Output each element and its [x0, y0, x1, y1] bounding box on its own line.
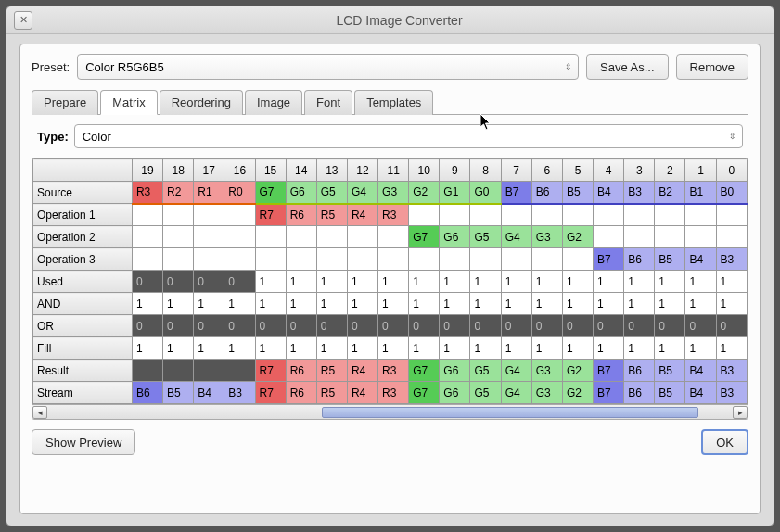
matrix-cell[interactable]: 0	[163, 271, 194, 293]
matrix-cell[interactable]: B5	[562, 182, 593, 204]
matrix-cell[interactable]: G7	[255, 182, 286, 204]
matrix-cell[interactable]: R6	[286, 204, 316, 226]
row-header[interactable]: OR	[33, 315, 133, 337]
matrix-cell[interactable]: R7	[255, 360, 286, 382]
tab-font[interactable]: Font	[304, 90, 352, 115]
matrix-cell[interactable]	[224, 360, 255, 382]
matrix-cell[interactable]: 0	[562, 315, 593, 337]
matrix-cell[interactable]	[286, 226, 316, 248]
column-header[interactable]: 18	[163, 159, 194, 182]
matrix-cell[interactable]	[132, 226, 162, 248]
matrix-cell[interactable]: 1	[440, 337, 470, 360]
matrix-cell[interactable]: 0	[194, 271, 224, 293]
matrix-cell[interactable]: 0	[470, 315, 501, 337]
matrix-cell[interactable]	[409, 204, 440, 226]
matrix-cell[interactable]	[562, 204, 593, 226]
matrix-cell[interactable]	[163, 248, 194, 271]
matrix-cell[interactable]: 0	[194, 315, 224, 337]
matrix-cell[interactable]: B7	[594, 360, 624, 382]
matrix-cell[interactable]: 1	[255, 293, 286, 315]
row-header[interactable]: AND	[33, 293, 133, 315]
matrix-cell[interactable]	[347, 248, 377, 271]
matrix-cell[interactable]: 0	[378, 315, 409, 337]
matrix-cell[interactable]: 0	[531, 315, 562, 337]
matrix-cell[interactable]: 0	[655, 315, 685, 337]
matrix-cell[interactable]: 1	[470, 337, 501, 360]
matrix-cell[interactable]: 1	[685, 293, 716, 315]
matrix-cell[interactable]: G0	[470, 182, 501, 204]
matrix-cell[interactable]: B2	[655, 182, 685, 204]
matrix-cell[interactable]: R5	[316, 360, 347, 382]
horizontal-scrollbar[interactable]: ◂ ▸	[32, 404, 748, 419]
matrix-cell[interactable]: G1	[440, 182, 470, 204]
scroll-track[interactable]	[47, 406, 733, 419]
matrix-cell[interactable]: G2	[409, 182, 440, 204]
matrix-cell[interactable]: B7	[501, 182, 531, 204]
matrix-cell[interactable]	[163, 360, 194, 382]
matrix-cell[interactable]	[624, 226, 655, 248]
column-header[interactable]: 4	[594, 159, 624, 182]
close-button[interactable]: ✕	[14, 11, 32, 30]
matrix-cell[interactable]: 1	[624, 337, 655, 360]
matrix-cell[interactable]: 1	[470, 271, 501, 293]
matrix-cell[interactable]: 1	[163, 337, 194, 360]
matrix-cell[interactable]	[624, 204, 655, 226]
column-header[interactable]: 16	[224, 159, 255, 182]
matrix-cell[interactable]: R4	[347, 204, 377, 226]
matrix-cell[interactable]: 1	[316, 293, 347, 315]
row-header[interactable]: Operation 1	[33, 204, 133, 226]
matrix-cell[interactable]: 1	[531, 337, 562, 360]
tab-reordering[interactable]: Reordering	[160, 90, 243, 115]
matrix-cell[interactable]	[132, 204, 162, 226]
matrix-cell[interactable]	[531, 248, 562, 271]
matrix-cell[interactable]: B4	[685, 382, 716, 404]
matrix-cell[interactable]	[378, 248, 409, 271]
matrix-cell[interactable]: 1	[594, 271, 624, 293]
matrix-cell[interactable]: B4	[194, 382, 224, 404]
matrix-cell[interactable]: 1	[194, 337, 224, 360]
matrix-cell[interactable]: B6	[624, 248, 655, 271]
column-header[interactable]: 6	[531, 159, 562, 182]
matrix-cell[interactable]: 1	[316, 337, 347, 360]
matrix-cell[interactable]	[224, 226, 255, 248]
matrix-cell[interactable]: 1	[440, 293, 470, 315]
matrix-cell[interactable]: 1	[194, 293, 224, 315]
matrix-cell[interactable]: 0	[440, 315, 470, 337]
matrix-cell[interactable]	[501, 248, 531, 271]
matrix-cell[interactable]: 1	[286, 293, 316, 315]
matrix-cell[interactable]: G7	[409, 226, 440, 248]
matrix-cell[interactable]	[194, 248, 224, 271]
matrix-cell[interactable]: 0	[255, 315, 286, 337]
matrix-cell[interactable]: G3	[531, 360, 562, 382]
matrix-cell[interactable]	[562, 248, 593, 271]
matrix-cell[interactable]: G5	[470, 382, 501, 404]
matrix-cell[interactable]: 1	[286, 271, 316, 293]
matrix-cell[interactable]: 1	[501, 337, 531, 360]
column-header[interactable]: 7	[501, 159, 531, 182]
row-header[interactable]: Source	[33, 182, 133, 204]
matrix-cell[interactable]: 1	[409, 293, 440, 315]
matrix-cell[interactable]	[594, 204, 624, 226]
save-as-button[interactable]: Save As...	[586, 54, 669, 80]
column-header[interactable]: 19	[132, 159, 162, 182]
matrix-cell[interactable]	[194, 204, 224, 226]
matrix-cell[interactable]: 1	[255, 271, 286, 293]
matrix-cell[interactable]	[594, 226, 624, 248]
matrix-cell[interactable]: B0	[716, 182, 747, 204]
remove-button[interactable]: Remove	[676, 54, 748, 80]
matrix-cell[interactable]: B5	[655, 382, 685, 404]
column-header[interactable]: 12	[347, 159, 377, 182]
matrix-cell[interactable]: G3	[531, 382, 562, 404]
column-header[interactable]: 8	[470, 159, 501, 182]
column-header[interactable]: 5	[562, 159, 593, 182]
matrix-cell[interactable]: 1	[501, 293, 531, 315]
matrix-cell[interactable]: B6	[624, 382, 655, 404]
matrix-cell[interactable]: 1	[316, 271, 347, 293]
scroll-left-icon[interactable]: ◂	[32, 406, 47, 419]
matrix-cell[interactable]: R4	[347, 382, 377, 404]
matrix-cell[interactable]: G3	[378, 182, 409, 204]
matrix-cell[interactable]	[194, 226, 224, 248]
tab-templates[interactable]: Templates	[354, 90, 433, 115]
column-header[interactable]: 1	[685, 159, 716, 182]
matrix-cell[interactable]	[255, 226, 286, 248]
